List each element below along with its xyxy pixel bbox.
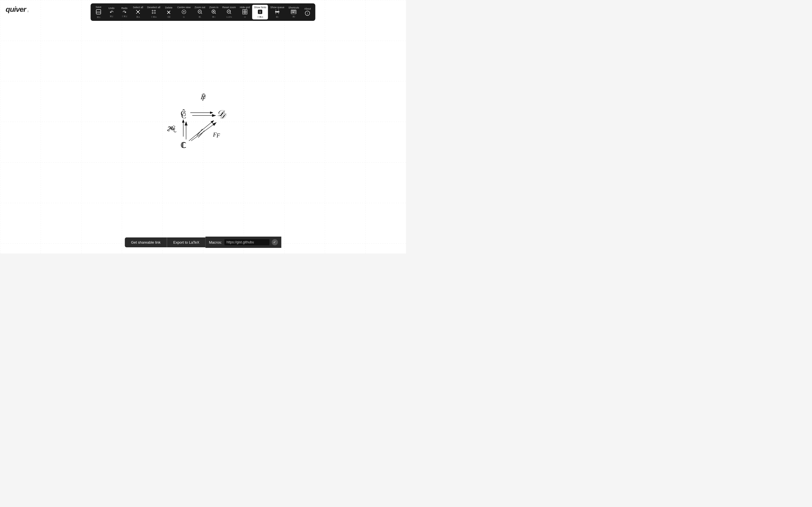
svg-text:𝒟: 𝒟 [219,112,227,120]
diagram-container: F̃ Ĉ 𝒟 ϨǓ ɫᵣ ℂ F ж₂ [161,84,245,163]
diagram-overlay: F̃ Ĉ 𝒟 ℂ ζ, F [161,84,245,163]
macros-check-button[interactable]: ✓ [271,239,278,245]
svg-text:Ĉ: Ĉ [181,112,186,120]
canvas-area[interactable]: F̃ Ĉ 𝒟 ϨǓ ɫᵣ ℂ F ж₂ [0,0,406,253]
macros-label: Macros: [209,240,222,244]
svg-text:ℂ: ℂ [181,142,186,150]
svg-text:F̃: F̃ [202,96,206,102]
bottom-bar: Get shareable link Export to LaTeX Macro… [125,237,282,248]
svg-line-67 [198,131,204,137]
get-shareable-link-button[interactable]: Get shareable link [125,237,167,247]
svg-text:F: F [216,132,220,138]
macros-input[interactable] [224,239,269,245]
export-latex-button[interactable]: Export to LaTeX [167,237,206,247]
macros-wrapper: Macros: ✓ [206,237,281,248]
svg-text:ζ,: ζ, [173,128,176,133]
macros-section: Macros: ✓ [206,237,281,248]
